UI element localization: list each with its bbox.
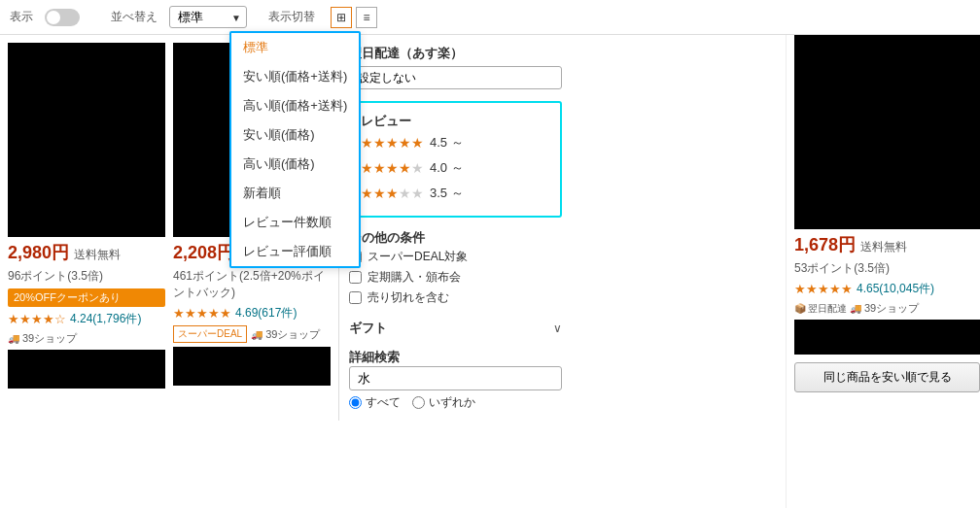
dropdown-item-cheap-price[interactable]: 安い順(価格) bbox=[231, 120, 359, 150]
product-price-1: 2,980円 送料無料 bbox=[8, 241, 165, 264]
product-shop-1: 🚚 39ショップ bbox=[8, 331, 165, 346]
condition-label-subscription: 定期購入・頒布会 bbox=[368, 269, 461, 286]
stars-icon-1: ★★★★☆ bbox=[8, 312, 66, 326]
radio-any-text: いずれか bbox=[429, 394, 475, 411]
product-rating-2: ★★★★★ 4.69(617件) bbox=[173, 305, 331, 322]
product-price-right: 1,678円 送料無料 bbox=[794, 233, 980, 256]
review-row-40[interactable]: ★★★★★ 4.0 ～ bbox=[361, 155, 550, 181]
view-cheap-button[interactable]: 同じ商品を安い順で見る bbox=[794, 362, 980, 392]
product-rating-1: ★★★★☆ 4.24(1,796件) bbox=[8, 311, 165, 327]
dropdown-item-cheap-total[interactable]: 安い順(価格+送料) bbox=[231, 62, 359, 91]
condition-label-sold-out: 売り切れを含む bbox=[368, 289, 449, 306]
super-deal-badge-2: スーパーDEAL bbox=[173, 325, 247, 343]
condition-super-deal: スーパーDEAL対象 bbox=[349, 247, 562, 267]
truck-icon-1: 🚚 bbox=[8, 333, 19, 344]
detail-search-section: 詳細検索 すべて いずれか bbox=[349, 349, 562, 411]
gift-title: ギフト bbox=[349, 320, 387, 337]
radio-all[interactable] bbox=[349, 396, 362, 409]
filter-panel: 翌日配達（あす楽） 設定しない レビュー ★★★★★ 4.5 ～ bbox=[338, 35, 572, 421]
display-toggle[interactable] bbox=[45, 9, 80, 26]
review-stars-35: ★★★★★ bbox=[361, 186, 424, 201]
rating-count-1: 4.24(1,796件) bbox=[70, 311, 141, 327]
page: 表示 並べ替え 標準 ▼ 表示切替 ⊞ ≡ 標準 安い順(価格+送料) 高い順(… bbox=[0, 0, 980, 508]
sort-label: 並べ替え bbox=[111, 9, 158, 25]
radio-any[interactable] bbox=[412, 396, 425, 409]
product-image-right[interactable] bbox=[794, 35, 980, 229]
dropdown-item-expensive-price[interactable]: 高い順(価格) bbox=[231, 150, 359, 179]
dropdown-item-review-rating[interactable]: レビュー評価順 bbox=[231, 237, 359, 266]
main-area: 2,980円 送料無料 96ポイント(3.5倍) 20%OFFクーポンあり ★★… bbox=[0, 35, 980, 508]
dropdown-item-review-count[interactable]: レビュー件数順 bbox=[231, 208, 359, 237]
detail-search-title: 詳細検索 bbox=[349, 349, 562, 366]
product-shop-2: 🚚 39ショップ bbox=[251, 327, 320, 342]
review-row-35[interactable]: ★★★★★ 3.5 ～ bbox=[361, 181, 550, 206]
radio-all-label[interactable]: すべて bbox=[349, 394, 401, 411]
review-label-40: 4.0 ～ bbox=[430, 159, 464, 177]
next-day-badge-right: 📦翌日配達 bbox=[794, 302, 847, 316]
truck-icon-2: 🚚 bbox=[251, 329, 262, 340]
next-day-title: 翌日配達（あす楽） bbox=[349, 45, 562, 62]
radio-row: すべて いずれか bbox=[349, 394, 562, 411]
rating-count-right: 4.65(10,045件) bbox=[857, 281, 934, 297]
right-panel: 翌日配達（あす楽） 設定しない レビュー ★★★★★ 4.5 ～ bbox=[338, 35, 786, 508]
review-label-45: 4.5 ～ bbox=[430, 134, 464, 152]
product-points-2: 461ポイント(2.5倍+20%ポイントバック) bbox=[173, 268, 331, 301]
display-label: 表示 bbox=[10, 9, 33, 25]
topbar: 表示 並べ替え 標準 ▼ 表示切替 ⊞ ≡ bbox=[0, 0, 980, 35]
product-seller-image-1[interactable] bbox=[8, 350, 165, 389]
product-card-1: 2,980円 送料無料 96ポイント(3.5倍) 20%OFFクーポンあり ★★… bbox=[8, 43, 165, 500]
review-stars-45: ★★★★★ bbox=[361, 135, 424, 151]
review-label-35: 3.5 ～ bbox=[430, 185, 464, 202]
other-conditions-title: その他の条件 bbox=[349, 229, 562, 247]
stars-icon-2: ★★★★★ bbox=[173, 306, 231, 321]
review-row-45[interactable]: ★★★★★ 4.5 ～ bbox=[361, 130, 550, 155]
product-rating-right: ★★★★★ 4.65(10,045件) bbox=[794, 281, 980, 297]
next-day-section: 翌日配達（あす楽） 設定しない bbox=[349, 45, 562, 89]
display-icons: ⊞ ≡ bbox=[331, 7, 377, 28]
checkbox-sold-out[interactable] bbox=[349, 291, 362, 304]
next-day-select-wrapper: 設定しない bbox=[349, 66, 562, 89]
grid-view-icon[interactable]: ⊞ bbox=[331, 7, 352, 28]
detail-search-input[interactable] bbox=[349, 366, 562, 390]
review-title: レビュー bbox=[361, 113, 550, 130]
sort-select[interactable]: 標準 bbox=[169, 6, 247, 28]
list-view-icon[interactable]: ≡ bbox=[356, 7, 377, 28]
gift-row[interactable]: ギフト ∨ bbox=[349, 320, 562, 337]
condition-label-super-deal: スーパーDEAL対象 bbox=[368, 249, 468, 265]
product-coupon-1: 20%OFFクーポンあり bbox=[8, 288, 165, 307]
product-image-1[interactable] bbox=[8, 43, 165, 237]
product-shop-right: 📦翌日配達 🚚 39ショップ bbox=[794, 301, 980, 316]
radio-any-label[interactable]: いずれか bbox=[412, 394, 475, 411]
dropdown-item-newest[interactable]: 新着順 bbox=[231, 179, 359, 208]
next-day-select[interactable]: 設定しない bbox=[349, 66, 562, 89]
checkbox-subscription[interactable] bbox=[349, 271, 362, 284]
rating-count-2: 4.69(617件) bbox=[235, 305, 297, 322]
review-section: レビュー ★★★★★ 4.5 ～ ★★★★★ 4.0 ～ ★★★★★ 3.5 ～ bbox=[349, 101, 562, 218]
gift-collapse-icon: ∨ bbox=[553, 322, 562, 335]
sort-select-wrapper: 標準 ▼ bbox=[169, 6, 247, 28]
product-seller-image-2[interactable] bbox=[173, 347, 331, 386]
sort-dropdown[interactable]: 標準 安い順(価格+送料) 高い順(価格+送料) 安い順(価格) 高い順(価格)… bbox=[229, 31, 361, 268]
product-points-1: 96ポイント(3.5倍) bbox=[8, 268, 165, 285]
stars-icon-right: ★★★★★ bbox=[794, 282, 853, 296]
dropdown-item-expensive-total[interactable]: 高い順(価格+送料) bbox=[231, 91, 359, 120]
gift-section: ギフト ∨ bbox=[349, 320, 562, 337]
product-card-right: 1,678円 送料無料 53ポイント(3.5倍) ★★★★★ 4.65(10,0… bbox=[786, 35, 980, 508]
condition-subscription: 定期購入・頒布会 bbox=[349, 267, 562, 288]
product-points-right: 53ポイント(3.5倍) bbox=[794, 260, 980, 277]
review-stars-40: ★★★★★ bbox=[361, 160, 424, 176]
condition-sold-out: 売り切れを含む bbox=[349, 288, 562, 308]
display-toggle-label: 表示切替 bbox=[268, 9, 315, 25]
product-badges-2: スーパーDEAL 🚚 39ショップ bbox=[173, 325, 331, 343]
product-seller-image-right[interactable] bbox=[794, 320, 980, 355]
box-icon-right: 📦 bbox=[794, 303, 806, 314]
truck-icon-right: 🚚 bbox=[850, 303, 861, 314]
radio-all-text: すべて bbox=[366, 394, 401, 411]
other-conditions-section: その他の条件 スーパーDEAL対象 定期購入・頒布会 売り切れを含む bbox=[349, 229, 562, 308]
dropdown-item-standard[interactable]: 標準 bbox=[231, 33, 359, 62]
